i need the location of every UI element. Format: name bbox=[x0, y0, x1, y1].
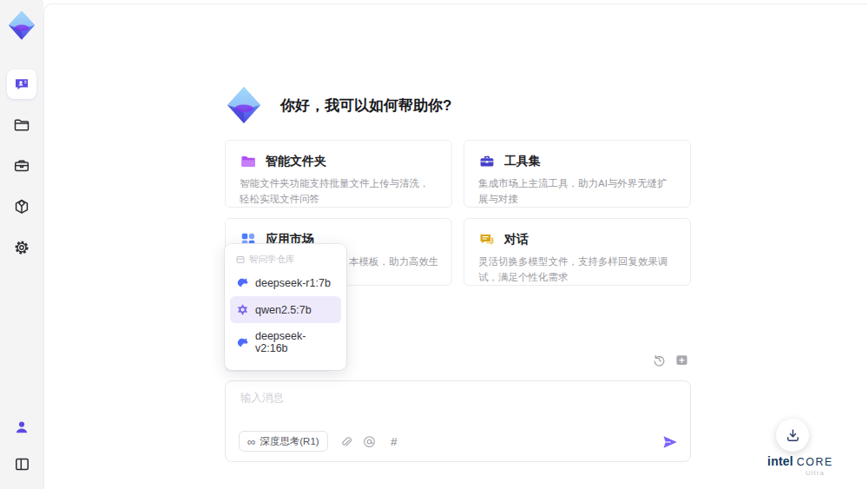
card-title: 对话 bbox=[504, 232, 529, 248]
intel-logo-text: intel bbox=[767, 454, 793, 468]
sidebar-item-toolbox[interactable] bbox=[7, 151, 36, 181]
card-title: 工具集 bbox=[504, 154, 541, 169]
deep-think-toggle[interactable]: ∞ 深度思考(R1) bbox=[239, 431, 328, 452]
sidebar-item-folders[interactable] bbox=[7, 110, 36, 140]
history-icon[interactable] bbox=[652, 353, 667, 367]
card-desc: 智能文件夹功能支持批量文件上传与清洗，轻松实现文件问答 bbox=[240, 176, 437, 208]
deepseek-whale-icon bbox=[236, 336, 249, 349]
model-option-qwen[interactable]: qwen2.5:7b bbox=[230, 296, 341, 323]
model-option-deepseek-r1[interactable]: deepseek-r1:7b bbox=[230, 269, 341, 296]
card-desc: 灵活切换多模型文件，支持多样回复效果调试，满足个性化需求 bbox=[478, 254, 676, 286]
sidebar-item-models[interactable] bbox=[7, 192, 36, 221]
qwen-icon bbox=[236, 303, 249, 316]
app-logo-icon bbox=[5, 9, 38, 42]
cube-icon bbox=[13, 198, 30, 215]
toolbox-icon bbox=[478, 153, 496, 170]
chat-bubble-icon bbox=[13, 76, 30, 93]
sidebar-item-chat[interactable] bbox=[7, 69, 36, 99]
sidebar-item-collapse[interactable] bbox=[7, 449, 36, 479]
send-button[interactable] bbox=[661, 433, 679, 451]
infinity-icon: ∞ bbox=[247, 436, 255, 447]
main-panel: 你好，我可以如何帮助你? 智能文件夹 智能文件夹功能支持批量文件上传与清洗，轻松… bbox=[43, 3, 867, 489]
sidebar-item-account[interactable] bbox=[7, 413, 36, 442]
intel-sub-text: Ultra bbox=[786, 469, 844, 477]
user-icon bbox=[14, 420, 30, 435]
model-dropdown: 智问学仓库 deepseek-r1:7b qwen2.5:7b bbox=[225, 244, 346, 370]
deep-think-label: 深度思考(R1) bbox=[260, 435, 319, 448]
folder-icon bbox=[13, 116, 30, 134]
greeting-logo-icon bbox=[223, 84, 265, 126]
card-toolset[interactable]: 工具集 集成市场上主流工具，助力AI与外界无缝扩展与对接 bbox=[464, 140, 691, 208]
deepseek-whale-icon bbox=[236, 276, 249, 289]
message-input-placeholder: 输入消息 bbox=[240, 391, 284, 406]
sidebar-item-settings[interactable] bbox=[7, 233, 36, 262]
card-dialogue[interactable]: 对话 灵活切换多模型文件，支持多样回复效果调试，满足个性化需求 bbox=[464, 218, 691, 286]
purple-folder-icon bbox=[240, 153, 257, 170]
gear-icon bbox=[13, 239, 30, 256]
panel-layout-icon bbox=[14, 456, 30, 472]
message-composer[interactable]: 输入消息 ∞ 深度思考(R1) # bbox=[225, 380, 691, 462]
repo-icon bbox=[236, 255, 245, 264]
greeting-text: 你好，我可以如何帮助你? bbox=[280, 96, 451, 116]
briefcase-icon bbox=[13, 157, 30, 175]
card-desc-partial: 本模板，助力高效生成多 bbox=[349, 254, 437, 270]
card-desc: 集成市场上主流工具，助力AI与外界无缝扩展与对接 bbox=[478, 176, 676, 208]
intel-core-logo: intel core Ultra bbox=[757, 454, 844, 477]
card-smart-folder[interactable]: 智能文件夹 智能文件夹功能支持批量文件上传与清洗，轻松实现文件问答 bbox=[225, 140, 452, 208]
model-dropdown-header: 智问学仓库 bbox=[230, 249, 341, 269]
hash-icon[interactable]: # bbox=[387, 434, 401, 448]
download-button[interactable] bbox=[776, 419, 809, 452]
card-title: 智能文件夹 bbox=[266, 154, 326, 169]
model-option-deepseek-v2[interactable]: deepseek-v2:16b bbox=[230, 323, 341, 361]
sidebar bbox=[0, 0, 43, 489]
greeting-block: 你好，我可以如何帮助你? bbox=[223, 84, 451, 126]
yellow-chat-icon bbox=[478, 231, 496, 248]
core-logo-text: core bbox=[797, 456, 833, 468]
paperclip-icon[interactable] bbox=[339, 434, 352, 448]
new-chat-icon[interactable] bbox=[674, 353, 689, 367]
at-circle-icon[interactable] bbox=[363, 434, 377, 448]
